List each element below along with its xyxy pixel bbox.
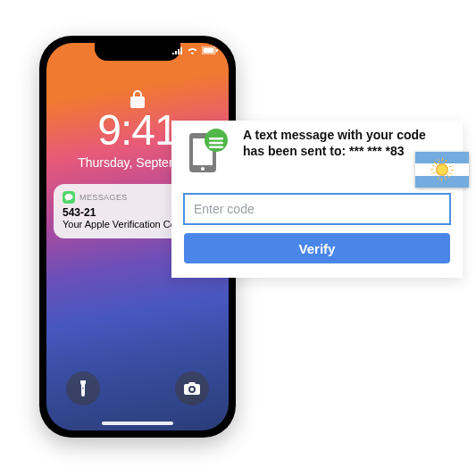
battery-icon — [202, 46, 218, 56]
camera-button[interactable] — [175, 372, 209, 405]
svg-rect-9 — [209, 146, 223, 148]
verification-card: A text message with your code has been s… — [171, 121, 463, 278]
notification-app-label: MESSAGES — [79, 193, 128, 202]
home-indicator — [102, 422, 173, 425]
verify-button[interactable]: Verify — [184, 233, 450, 263]
svg-rect-7 — [209, 138, 223, 140]
signal-icon — [172, 46, 183, 56]
svg-point-5 — [201, 167, 205, 171]
verification-code-input[interactable] — [184, 194, 450, 224]
sun-of-may-icon — [436, 163, 448, 176]
svg-rect-2 — [216, 49, 218, 52]
svg-point-6 — [205, 129, 228, 152]
status-bar — [46, 46, 229, 56]
svg-rect-1 — [204, 48, 214, 54]
argentina-flag-icon — [415, 152, 469, 188]
wifi-icon — [187, 46, 198, 56]
messages-app-icon — [63, 191, 75, 204]
flashlight-button[interactable] — [66, 372, 100, 405]
svg-rect-8 — [209, 142, 223, 145]
sms-device-icon — [184, 128, 232, 178]
